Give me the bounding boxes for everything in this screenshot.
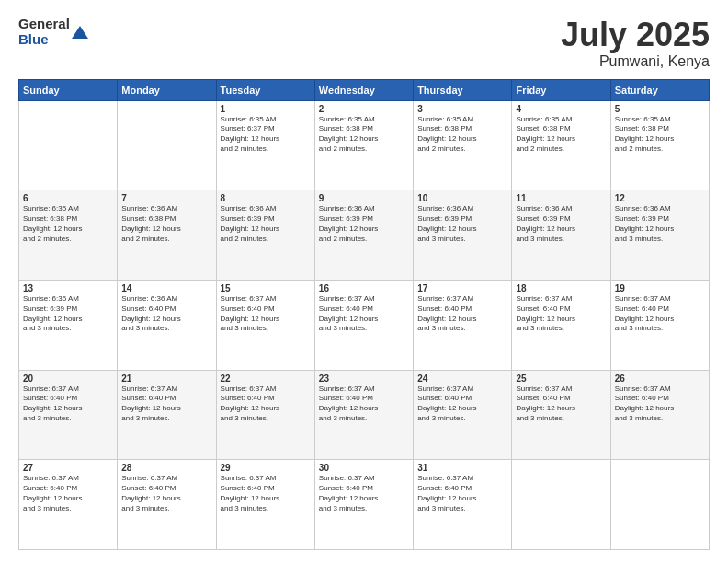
day-info: Sunrise: 6:37 AM Sunset: 6:40 PM Dayligh… <box>516 294 606 334</box>
day-info: Sunrise: 6:37 AM Sunset: 6:40 PM Dayligh… <box>319 294 409 334</box>
day-number: 10 <box>417 193 507 203</box>
day-number: 20 <box>23 373 113 384</box>
calendar-cell: 14Sunrise: 6:36 AM Sunset: 6:40 PM Dayli… <box>118 280 216 370</box>
calendar-cell: 2Sunrise: 6:35 AM Sunset: 6:38 PM Daylig… <box>314 100 413 190</box>
day-info: Sunrise: 6:37 AM Sunset: 6:40 PM Dayligh… <box>319 385 409 424</box>
day-number: 5 <box>615 104 705 114</box>
calendar-cell: 20Sunrise: 6:37 AM Sunset: 6:40 PM Dayli… <box>19 370 118 460</box>
day-number: 25 <box>516 373 606 384</box>
calendar-cell: 10Sunrise: 6:36 AM Sunset: 6:39 PM Dayli… <box>414 190 512 281</box>
day-info: Sunrise: 6:36 AM Sunset: 6:39 PM Dayligh… <box>615 204 705 244</box>
calendar-cell: 21Sunrise: 6:37 AM Sunset: 6:40 PM Dayli… <box>118 370 216 460</box>
logo-icon <box>72 24 88 40</box>
calendar-cell <box>512 460 610 550</box>
calendar-cell: 5Sunrise: 6:35 AM Sunset: 6:38 PM Daylig… <box>610 100 709 190</box>
day-info: Sunrise: 6:37 AM Sunset: 6:40 PM Dayligh… <box>615 385 705 424</box>
day-info: Sunrise: 6:37 AM Sunset: 6:40 PM Dayligh… <box>417 474 507 513</box>
day-number: 14 <box>121 283 211 293</box>
calendar-cell: 18Sunrise: 6:37 AM Sunset: 6:40 PM Dayli… <box>512 280 610 370</box>
day-number: 3 <box>417 104 507 114</box>
column-header-saturday: Saturday <box>610 79 709 100</box>
calendar-cell: 1Sunrise: 6:35 AM Sunset: 6:37 PM Daylig… <box>216 100 314 190</box>
day-info: Sunrise: 6:35 AM Sunset: 6:38 PM Dayligh… <box>615 115 705 155</box>
calendar-cell: 29Sunrise: 6:37 AM Sunset: 6:40 PM Dayli… <box>216 460 314 550</box>
week-row-3: 13Sunrise: 6:36 AM Sunset: 6:39 PM Dayli… <box>19 280 710 370</box>
svg-marker-0 <box>72 26 88 39</box>
calendar-cell: 4Sunrise: 6:35 AM Sunset: 6:38 PM Daylig… <box>512 100 610 190</box>
day-number: 2 <box>319 104 409 114</box>
column-header-friday: Friday <box>512 79 610 100</box>
day-info: Sunrise: 6:36 AM Sunset: 6:39 PM Dayligh… <box>221 204 311 244</box>
calendar-cell: 30Sunrise: 6:37 AM Sunset: 6:40 PM Dayli… <box>314 460 413 550</box>
calendar-cell: 22Sunrise: 6:37 AM Sunset: 6:40 PM Dayli… <box>216 370 314 460</box>
day-number: 4 <box>516 104 606 114</box>
day-number: 1 <box>221 104 311 114</box>
calendar-cell: 17Sunrise: 6:37 AM Sunset: 6:40 PM Dayli… <box>414 280 512 370</box>
day-number: 30 <box>319 463 409 473</box>
calendar-cell: 26Sunrise: 6:37 AM Sunset: 6:40 PM Dayli… <box>610 370 709 460</box>
logo: General Blue <box>18 17 88 47</box>
day-number: 6 <box>23 193 113 203</box>
calendar-cell: 9Sunrise: 6:36 AM Sunset: 6:39 PM Daylig… <box>314 190 413 281</box>
title-block: July 2025 Pumwani, Kenya <box>561 17 710 70</box>
day-number: 15 <box>221 283 311 293</box>
day-info: Sunrise: 6:35 AM Sunset: 6:38 PM Dayligh… <box>23 204 113 244</box>
week-row-4: 20Sunrise: 6:37 AM Sunset: 6:40 PM Dayli… <box>19 370 710 460</box>
column-header-wednesday: Wednesday <box>314 79 413 100</box>
day-number: 7 <box>121 193 211 203</box>
day-number: 27 <box>23 463 113 473</box>
calendar-cell: 11Sunrise: 6:36 AM Sunset: 6:39 PM Dayli… <box>512 190 610 281</box>
day-number: 31 <box>417 463 507 473</box>
logo-blue: Blue <box>18 32 70 48</box>
week-row-2: 6Sunrise: 6:35 AM Sunset: 6:38 PM Daylig… <box>19 190 710 281</box>
calendar-header-row: SundayMondayTuesdayWednesdayThursdayFrid… <box>19 79 710 100</box>
day-number: 11 <box>516 193 606 203</box>
column-header-tuesday: Tuesday <box>216 79 314 100</box>
day-info: Sunrise: 6:35 AM Sunset: 6:38 PM Dayligh… <box>319 115 409 155</box>
day-info: Sunrise: 6:37 AM Sunset: 6:40 PM Dayligh… <box>417 294 507 334</box>
week-row-5: 27Sunrise: 6:37 AM Sunset: 6:40 PM Dayli… <box>19 460 710 550</box>
logo-general: General <box>18 17 70 32</box>
calendar-cell: 15Sunrise: 6:37 AM Sunset: 6:40 PM Dayli… <box>216 280 314 370</box>
day-info: Sunrise: 6:37 AM Sunset: 6:40 PM Dayligh… <box>516 385 606 424</box>
day-number: 29 <box>221 463 311 473</box>
day-info: Sunrise: 6:37 AM Sunset: 6:40 PM Dayligh… <box>615 294 705 334</box>
calendar-cell: 7Sunrise: 6:36 AM Sunset: 6:38 PM Daylig… <box>118 190 216 281</box>
month-title: July 2025 <box>561 17 710 53</box>
calendar-table: SundayMondayTuesdayWednesdayThursdayFrid… <box>18 79 710 550</box>
day-number: 26 <box>615 373 705 384</box>
day-info: Sunrise: 6:37 AM Sunset: 6:40 PM Dayligh… <box>319 474 409 513</box>
day-info: Sunrise: 6:37 AM Sunset: 6:40 PM Dayligh… <box>221 294 311 334</box>
header: General Blue July 2025 Pumwani, Kenya <box>18 17 710 70</box>
day-number: 21 <box>121 373 211 384</box>
day-number: 19 <box>615 283 705 293</box>
location-title: Pumwani, Kenya <box>561 53 710 70</box>
day-number: 13 <box>23 283 113 293</box>
calendar-cell: 25Sunrise: 6:37 AM Sunset: 6:40 PM Dayli… <box>512 370 610 460</box>
day-info: Sunrise: 6:35 AM Sunset: 6:38 PM Dayligh… <box>417 115 507 155</box>
week-row-1: 1Sunrise: 6:35 AM Sunset: 6:37 PM Daylig… <box>19 100 710 190</box>
day-number: 12 <box>615 193 705 203</box>
day-info: Sunrise: 6:37 AM Sunset: 6:40 PM Dayligh… <box>221 474 311 513</box>
day-number: 8 <box>221 193 311 203</box>
calendar-cell: 3Sunrise: 6:35 AM Sunset: 6:38 PM Daylig… <box>414 100 512 190</box>
day-info: Sunrise: 6:35 AM Sunset: 6:38 PM Dayligh… <box>516 115 606 155</box>
day-info: Sunrise: 6:36 AM Sunset: 6:39 PM Dayligh… <box>319 204 409 244</box>
day-info: Sunrise: 6:36 AM Sunset: 6:38 PM Dayligh… <box>121 204 211 244</box>
day-number: 17 <box>417 283 507 293</box>
day-number: 28 <box>121 463 211 473</box>
day-info: Sunrise: 6:37 AM Sunset: 6:40 PM Dayligh… <box>417 385 507 424</box>
calendar-cell: 31Sunrise: 6:37 AM Sunset: 6:40 PM Dayli… <box>414 460 512 550</box>
day-info: Sunrise: 6:37 AM Sunset: 6:40 PM Dayligh… <box>221 385 311 424</box>
calendar-cell: 12Sunrise: 6:36 AM Sunset: 6:39 PM Dayli… <box>610 190 709 281</box>
day-info: Sunrise: 6:37 AM Sunset: 6:40 PM Dayligh… <box>121 385 211 424</box>
day-number: 9 <box>319 193 409 203</box>
column-header-thursday: Thursday <box>414 79 512 100</box>
day-info: Sunrise: 6:36 AM Sunset: 6:39 PM Dayligh… <box>516 204 606 244</box>
day-info: Sunrise: 6:37 AM Sunset: 6:40 PM Dayligh… <box>23 385 113 424</box>
day-info: Sunrise: 6:37 AM Sunset: 6:40 PM Dayligh… <box>23 474 113 513</box>
calendar-cell <box>19 100 118 190</box>
day-number: 24 <box>417 373 507 384</box>
day-number: 16 <box>319 283 409 293</box>
calendar-cell: 27Sunrise: 6:37 AM Sunset: 6:40 PM Dayli… <box>19 460 118 550</box>
